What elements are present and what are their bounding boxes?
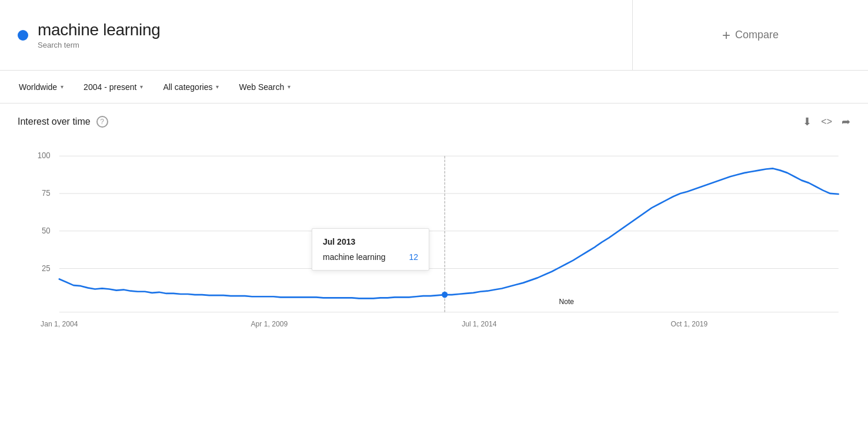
svg-text:100: 100 <box>38 151 51 160</box>
tooltip-date: Jul 2013 <box>323 237 418 246</box>
svg-point-15 <box>442 292 448 298</box>
help-icon[interactable]: ? <box>96 116 108 128</box>
search-term-section: machine learning Search term <box>0 0 633 70</box>
svg-text:75: 75 <box>42 189 51 198</box>
svg-text:Oct 1, 2019: Oct 1, 2019 <box>671 320 708 328</box>
page-header: machine learning Search term + Compare <box>0 0 868 71</box>
filters-bar: Worldwide ▾ 2004 - present ▾ All categor… <box>0 71 868 104</box>
chart-section: Interest over time ? ⬇ <> ➦ <box>0 104 868 346</box>
svg-text:Apr 1, 2009: Apr 1, 2009 <box>251 320 288 328</box>
date-filter[interactable]: 2004 - present ▾ <box>76 79 150 95</box>
tooltip-row: machine learning 12 <box>323 252 418 262</box>
embed-icon[interactable]: <> <box>821 116 832 127</box>
location-chevron-icon: ▾ <box>61 84 64 90</box>
category-filter-label: All categories <box>163 82 212 92</box>
category-chevron-icon: ▾ <box>216 84 219 90</box>
location-filter-label: Worldwide <box>19 82 57 92</box>
search-type-chevron-icon: ▾ <box>288 84 291 90</box>
category-filter[interactable]: All categories ▾ <box>156 79 226 95</box>
chart-actions: ⬇ <> ➦ <box>803 115 850 128</box>
date-filter-label: 2004 - present <box>84 82 136 92</box>
tooltip-term: machine learning <box>323 252 386 262</box>
term-color-dot <box>18 30 28 41</box>
compare-label: Compare <box>735 29 779 41</box>
compare-section: + Compare <box>633 0 868 70</box>
compare-button[interactable]: + Compare <box>710 21 790 49</box>
search-term-title: machine learning <box>38 21 160 39</box>
svg-text:Jul 1, 2014: Jul 1, 2014 <box>462 320 496 328</box>
svg-text:25: 25 <box>42 263 51 272</box>
tooltip: Jul 2013 machine learning 12 <box>312 228 429 271</box>
search-term-type: Search term <box>38 41 79 49</box>
interest-chart: 100 75 50 25 Jan 1, 2004 Apr 1, 2009 Jul… <box>18 134 850 334</box>
svg-text:Jan 1, 2004: Jan 1, 2004 <box>41 320 78 328</box>
plus-icon: + <box>722 27 730 44</box>
search-type-filter-label: Web Search <box>239 82 284 92</box>
location-filter[interactable]: Worldwide ▾ <box>12 79 71 95</box>
chart-title: Interest over time <box>18 116 91 127</box>
search-type-filter[interactable]: Web Search ▾ <box>232 79 298 95</box>
date-chevron-icon: ▾ <box>140 84 143 90</box>
chart-header: Interest over time ? ⬇ <> ➦ <box>18 115 850 128</box>
svg-text:Note: Note <box>559 298 574 306</box>
search-term-info: machine learning Search term <box>38 21 160 50</box>
chart-title-area: Interest over time ? <box>18 116 108 128</box>
svg-text:50: 50 <box>42 226 51 235</box>
chart-container: 100 75 50 25 Jan 1, 2004 Apr 1, 2009 Jul… <box>18 134 850 334</box>
download-icon[interactable]: ⬇ <box>803 115 812 128</box>
share-icon[interactable]: ➦ <box>842 115 850 128</box>
tooltip-value: 12 <box>409 252 418 262</box>
